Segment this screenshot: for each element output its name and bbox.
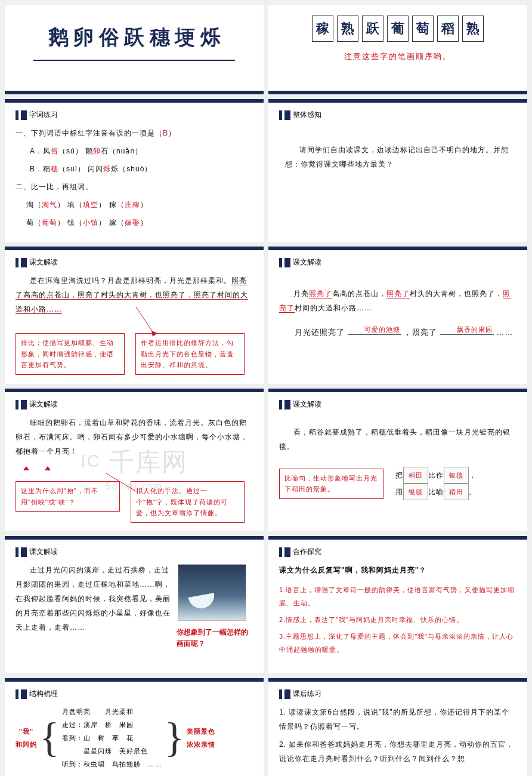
slide-vocab-exercise: 字词练习 一、下列词语中标红字注音有误的一项是（B） A．风俗（sú） 鹅卵石（…: [5, 99, 264, 242]
section-header: 课文解读: [16, 547, 253, 557]
char-row: 鹅 卵 俗 跃 穗 埂 烁: [16, 24, 253, 51]
slide-chars-right: 稼 熟 跃 葡 萄 稻 熟 注意这些字的笔画顺序哟。: [268, 5, 527, 94]
char-box: 稻: [437, 16, 459, 42]
section-header: 课文解读: [279, 257, 516, 267]
section-title: 字词练习: [29, 110, 58, 120]
imagination-prompt: 你想象到了一幅怎样的画面呢？: [177, 627, 253, 649]
section-header: 课文解读: [16, 399, 253, 409]
analysis-body: 月亮照亮了高高的点苍山，照亮了村头的大青树，也照亮了，照亮了村间的大道和小路………: [279, 273, 516, 340]
fill-box: 银毯: [403, 484, 428, 500]
slide-text-analysis-3: 课文解读 细细的鹅卵石，流着山草和野花的香味，流着月光。灰白色的鹅卵石，布满河床…: [5, 389, 264, 531]
analysis-body: 是在洱海里淘洗过吗？月盘是那样明亮，月光是那样柔和。照亮了高高的点苍山，照亮了村…: [16, 273, 253, 316]
brace-right-icon: }: [165, 721, 185, 755]
slide-overall-perception: 整体感知 请同学们自由读课文，边读边标记出自己不明白的地方。并想想：你觉得课文哪…: [268, 99, 527, 242]
section-header: 结构梳理: [16, 689, 253, 699]
fill-box: 稻田: [403, 467, 428, 484]
analysis-body: 走过月光闪闪的溪岸，走过石拱桥，走过月影团团的果园，走过庄稼地和菜地……啊，在我…: [16, 563, 171, 638]
char-box: 葡: [387, 16, 409, 42]
section-header: 课后练习: [279, 689, 516, 699]
char-box: 熟: [337, 16, 358, 42]
fill-box: 稻田: [444, 484, 469, 500]
slide-after-class: 课后练习 1. 读读课文第6自然段，说说"我"的所见所想，你还记得月下的某个情景…: [268, 678, 527, 776]
triangle-marker-icon: [23, 466, 29, 470]
section-title: 课文解读: [29, 399, 58, 409]
analysis-body: 细细的鹅卵石，流着山草和野花的香味，流着月光。灰白色的鹅卵石，布满河床。哟，卵石…: [16, 415, 253, 475]
note-parallelism: 排比：使描写更加细腻、生动形象，同时增强韵律感，使语言更加有气势。: [16, 333, 125, 375]
section-title: 结构梳理: [29, 689, 58, 699]
slide-chars-left: 鹅 卵 俗 跃 穗 埂 烁: [5, 5, 264, 94]
section-title: 课文解读: [293, 399, 321, 409]
slide-cooperative-inquiry: 合作探究 课文为什么反复写"啊，我和阿妈走月亮"？ 1.语言上，增强了文章诗一般…: [268, 536, 527, 673]
section-title: 课文解读: [293, 257, 321, 267]
char-box: 稼: [312, 16, 333, 42]
section-title: 整体感知: [293, 110, 321, 120]
section-header: 字词练习: [16, 110, 253, 120]
section-header: 合作探究: [279, 547, 516, 557]
answer-box: 拟人化的手法。通过一个"抱"字，既体现了荷塘的可爱，也为文章增添了情趣。: [131, 481, 245, 523]
slide-structure: 结构梳理 "我" 和阿妈 { 月盘明亮 月光柔和 走过：溪岸 桥 果园 看到：山…: [5, 678, 264, 776]
inquiry-question: 课文为什么反复写"啊，我和阿妈走月亮"？: [279, 563, 516, 577]
underline: [33, 60, 235, 61]
section-title: 课后练习: [293, 689, 321, 699]
section-header: 整体感知: [279, 110, 516, 120]
structure-left: "我" 和阿妈: [16, 725, 37, 751]
section-title: 课文解读: [29, 257, 58, 267]
slide-text-analysis-2: 课文解读 月亮照亮了高高的点苍山，照亮了村头的大青树，也照亮了，照亮了村间的大道…: [268, 247, 527, 384]
slide-text-analysis-1: 课文解读 是在洱海里淘洗过吗？月盘是那样明亮，月光是那样柔和。照亮了高高的点苍山…: [5, 247, 264, 384]
section-header: 课文解读: [279, 399, 516, 409]
afterclass-body: 1. 读读课文第6自然段，说说"我"的所见所想，你还记得月下的某个情景吗？仿照着…: [279, 705, 516, 766]
section-header: 课文解读: [16, 257, 253, 267]
char-box: 跃: [362, 16, 383, 42]
slide-text-analysis-4: 课文解读 看，稻谷就要成熟了，稻穗低垂着头，稻田像一块月光镀亮的银毯。 比喻句，…: [268, 389, 527, 531]
char-box: 熟: [462, 16, 484, 42]
brace-left-icon: {: [39, 721, 60, 755]
metaphor-note: 比喻句，生动形象地写出月光下稻田的景象。: [279, 469, 383, 499]
exercise-body: 一、下列词语中标红字注音有误的一项是（B） A．风俗（sú） 鹅卵石（nuǎn）…: [16, 126, 253, 230]
note-author-technique: 作者运用排比的修辞方法，勾勒出月光下的各色景物，营造出安静、祥和的意境。: [135, 333, 245, 375]
char-box: 萄: [412, 16, 434, 42]
question-box: 这里为什么用"抱"，而不用"倒映"或"映"？: [16, 481, 120, 512]
answer-letter: B: [163, 129, 168, 137]
analysis-body: 看，稻谷就要成熟了，稻穗低垂着头，稻田像一块月光镀亮的银毯。 比喻句，生动形象地…: [279, 415, 516, 500]
stroke-order-note: 注意这些字的笔画顺序哟。: [279, 51, 516, 62]
fill-box: 银毯: [444, 467, 469, 484]
boxed-chars: 稼 熟 跃 葡 萄 稻 熟: [279, 16, 516, 42]
moon-illustration: [178, 564, 246, 621]
slides-grid: 鹅 卵 俗 跃 穗 埂 烁 稼 熟 跃 葡 萄 稻 熟 注意这些字的笔画顺序哟。…: [0, 0, 532, 776]
section-title: 课文解读: [29, 547, 58, 557]
fill-answer-1: 可爱的池塘: [349, 323, 400, 336]
structure-right: 美丽景色 浓浓亲情: [187, 725, 215, 751]
fill-answer-2: 飘香的果园: [441, 323, 493, 336]
structure-mid: 月盘明亮 月光柔和 走过：溪岸 桥 果园 看到：山 树 草 花 星星闪烁 美好景…: [62, 705, 162, 771]
inquiry-body: 课文为什么反复写"啊，我和阿妈走月亮"？ 1.语言上，增强了文章诗一般的韵律美，…: [279, 563, 516, 656]
triangle-marker-icon: [45, 466, 51, 470]
section-title: 合作探究: [293, 547, 321, 557]
perception-body: 请同学们自由读课文，边读边标记出自己不明白的地方。并想想：你觉得课文哪些地方最美…: [279, 126, 516, 171]
slide-text-analysis-5: 课文解读 走过月光闪闪的溪岸，走过石拱桥，走过月影团团的果园，走过庄稼地和菜地……: [5, 536, 264, 673]
